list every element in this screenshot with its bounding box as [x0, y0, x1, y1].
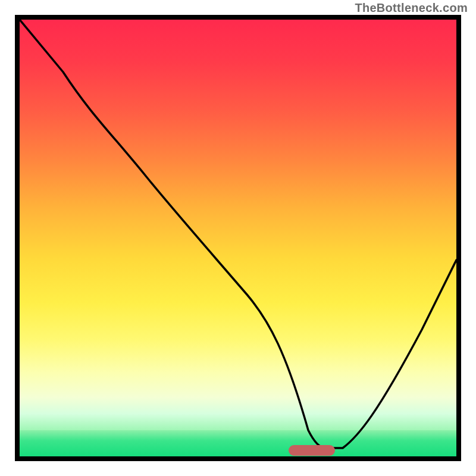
plot-area: [15, 15, 461, 461]
chart-stage: TheBottleneck.com: [0, 0, 476, 476]
optimum-marker: [289, 445, 335, 456]
bottleneck-curve: [20, 20, 456, 456]
attribution-label: TheBottleneck.com: [355, 1, 468, 15]
